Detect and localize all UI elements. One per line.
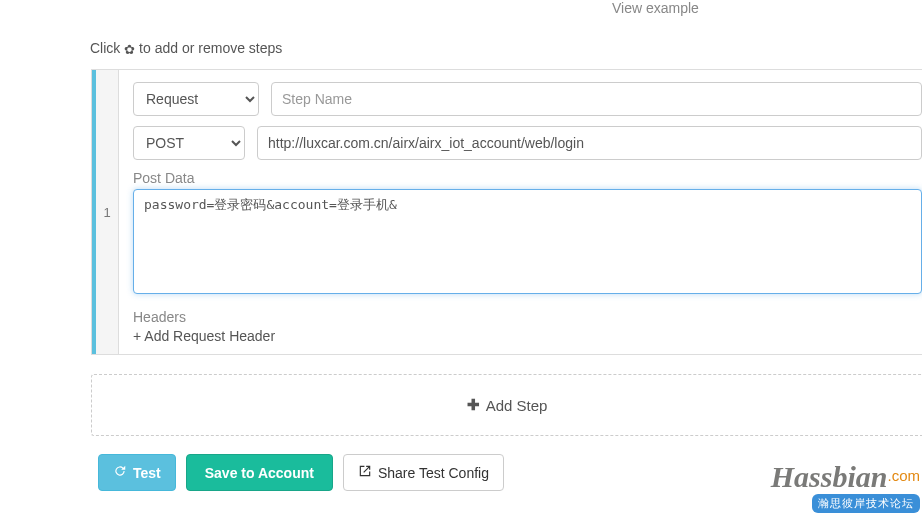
save-button[interactable]: Save to Account [186,454,333,491]
step-name-input[interactable] [271,82,922,116]
watermark-tld: .com [887,467,920,484]
refresh-icon [113,464,127,481]
headers-label: Headers [133,309,922,325]
gear-icon: ✿ [124,42,135,57]
test-button[interactable]: Test [98,454,176,491]
plus-icon: ✚ [467,396,480,414]
watermark-main: Hassbian [771,460,888,493]
action-buttons: Test Save to Account Share Test Config [98,454,504,491]
watermark: Hassbian.com 瀚思彼岸技术论坛 [771,462,920,513]
watermark-sub: 瀚思彼岸技术论坛 [812,494,920,513]
add-step-label: Add Step [486,397,548,414]
share-icon [358,464,372,481]
http-method-select[interactable]: POST [133,126,245,160]
share-button-label: Share Test Config [378,465,489,481]
step-body: Request POST Post Data password=登录密码&acc… [119,70,922,354]
save-button-label: Save to Account [205,465,314,481]
post-data-textarea[interactable]: password=登录密码&account=登录手机& [133,189,922,294]
instructions-post: to add or remove steps [135,40,282,56]
view-example-link[interactable]: View example [612,0,699,16]
instructions-pre: Click [90,40,124,56]
url-input[interactable] [257,126,922,160]
post-data-label: Post Data [133,170,922,186]
add-request-header-link[interactable]: + Add Request Header [133,328,922,344]
step-type-select[interactable]: Request [133,82,259,116]
share-button[interactable]: Share Test Config [343,454,504,491]
step-card: 1 Request POST Post Data password=登录密码&a… [91,69,922,355]
step-number: 1 [92,70,119,354]
instructions-text: Click ✿ to add or remove steps [90,40,282,57]
test-button-label: Test [133,465,161,481]
add-step-button[interactable]: ✚ Add Step [91,374,922,436]
